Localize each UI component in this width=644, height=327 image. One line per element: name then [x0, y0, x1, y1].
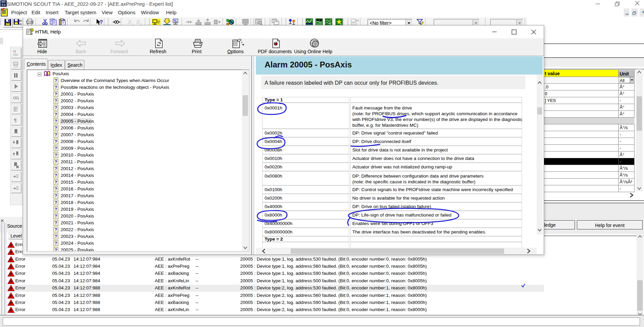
svg-text:?: ?: [55, 112, 57, 117]
svg-text:010: 010: [13, 53, 18, 56]
svg-text:?: ?: [55, 213, 57, 219]
svg-text:?: ?: [55, 180, 57, 185]
svg-text:X: X: [127, 19, 132, 25]
svg-text:?: ?: [55, 234, 57, 239]
svg-text:?: ?: [55, 200, 57, 205]
svg-text:E2: E2: [356, 19, 359, 22]
svg-text:F|: F|: [13, 50, 16, 53]
svg-text:?: ?: [55, 152, 57, 158]
svg-text:?: ?: [55, 241, 57, 246]
svg-text:?: ?: [55, 166, 57, 171]
svg-text:?: ?: [100, 19, 103, 25]
svg-text:¶: ¶: [14, 117, 17, 123]
svg-text:N: N: [329, 23, 331, 25]
svg-text:?: ?: [55, 220, 57, 225]
svg-text:+10: +10: [18, 23, 22, 25]
svg-text:?: ?: [55, 159, 57, 164]
svg-text:?: ?: [55, 105, 57, 110]
svg-text:?: ?: [314, 42, 317, 47]
svg-text:?: ?: [55, 98, 57, 103]
svg-text:%: %: [174, 19, 177, 23]
svg-text:?: ?: [55, 186, 57, 191]
svg-text:?: ?: [55, 146, 57, 151]
svg-text:?: ?: [55, 207, 57, 212]
svg-text:X: X: [136, 19, 140, 25]
svg-text:?: ?: [55, 125, 57, 130]
svg-text:?: ?: [55, 173, 57, 178]
svg-text:?: ?: [55, 193, 57, 198]
svg-text:?: ?: [55, 247, 57, 251]
svg-text:?: ?: [55, 227, 57, 232]
svg-text:и: и: [340, 23, 341, 25]
svg-text:?: ?: [55, 119, 57, 124]
svg-text:01: 01: [19, 20, 22, 22]
svg-text:?: ?: [55, 132, 57, 137]
svg-text:1: 1: [18, 98, 19, 101]
svg-text:?: ?: [55, 78, 57, 83]
svg-text:?: ?: [55, 85, 57, 90]
svg-text:?: ?: [55, 91, 57, 97]
svg-text:?: ?: [55, 139, 57, 144]
